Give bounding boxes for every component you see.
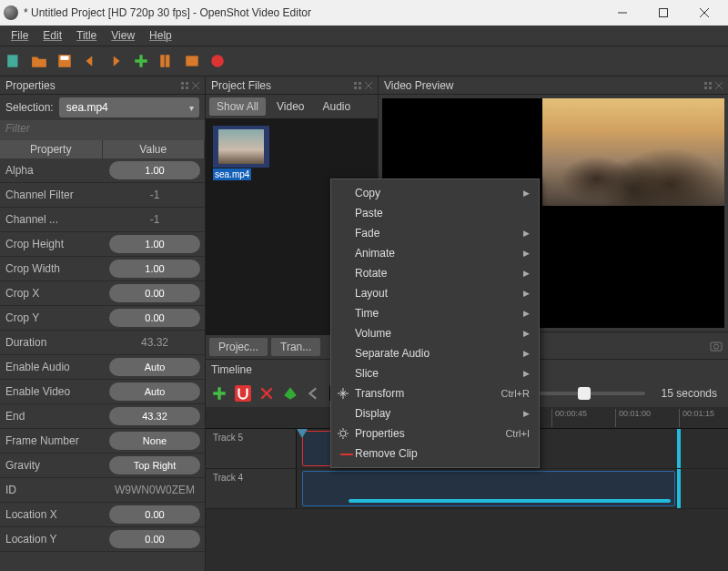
context-menu-item[interactable]: Rotate▶ <box>331 263 539 283</box>
selection-dropdown[interactable]: sea.mp4 <box>59 97 199 117</box>
minimize-button[interactable] <box>602 0 642 25</box>
submenu-arrow-icon: ▶ <box>523 409 530 418</box>
submenu-arrow-icon: ▶ <box>523 349 530 358</box>
property-value[interactable]: Auto <box>109 382 200 401</box>
property-row[interactable]: Enable VideoAuto <box>0 380 205 404</box>
property-row[interactable]: IDW9WN0W0ZEM <box>0 478 205 503</box>
panel-close-icon[interactable] <box>715 82 723 89</box>
property-value[interactable]: 1.00 <box>109 235 200 253</box>
timeline-title: Timeline <box>211 363 252 376</box>
property-row[interactable]: Location X0.00 <box>0 503 205 527</box>
menu-title[interactable]: Title <box>69 27 104 44</box>
property-row[interactable]: Crop Y0.00 <box>0 306 205 331</box>
add-track-icon[interactable] <box>211 385 228 402</box>
property-value[interactable]: 0.00 <box>109 309 200 327</box>
tab-show-all[interactable]: Show All <box>209 97 266 116</box>
property-value[interactable]: Auto <box>109 358 200 376</box>
properties-table-header: Property Value <box>0 140 205 158</box>
context-menu-item[interactable]: Volume▶ <box>331 323 539 343</box>
track-label[interactable]: Track 4 <box>206 469 297 508</box>
property-row[interactable]: Channel Filter-1 <box>0 183 205 208</box>
timeline-clip[interactable] <box>302 471 675 506</box>
property-row[interactable]: GravityTop Right <box>0 454 205 478</box>
property-row[interactable]: Duration43.32 <box>0 331 205 355</box>
panel-float-icon[interactable] <box>181 82 188 89</box>
tab-project-files[interactable]: Projec... <box>209 338 268 356</box>
tab-transitions[interactable]: Tran... <box>271 338 320 356</box>
property-value[interactable]: 1.00 <box>109 260 200 278</box>
property-row[interactable]: End43.32 <box>0 404 205 429</box>
property-row[interactable]: Crop X0.00 <box>0 281 205 306</box>
property-value[interactable]: 0.00 <box>109 530 200 548</box>
property-row[interactable]: Channel ...-1 <box>0 208 205 232</box>
marker-icon[interactable] <box>282 385 298 402</box>
properties-filter-input[interactable]: Filter <box>0 120 205 140</box>
shortcut-label: Ctrl+R <box>501 388 530 399</box>
menu-help[interactable]: Help <box>142 27 179 44</box>
panel-close-icon[interactable] <box>192 82 199 89</box>
property-row[interactable]: Alpha1.00 <box>0 158 205 183</box>
context-menu-item[interactable]: Time▶ <box>331 303 539 323</box>
razor-icon[interactable] <box>258 385 275 402</box>
profile-icon[interactable] <box>158 53 175 69</box>
tab-video[interactable]: Video <box>269 97 311 116</box>
property-value[interactable]: None <box>109 432 200 450</box>
redo-icon[interactable] <box>107 53 124 69</box>
open-project-icon[interactable] <box>31 53 47 69</box>
project-file-item[interactable]: sea.mp4 <box>213 126 269 180</box>
close-button[interactable] <box>683 0 724 25</box>
panel-float-icon[interactable] <box>354 82 361 89</box>
menu-file[interactable]: File <box>4 27 35 44</box>
context-menu-item[interactable]: TransformCtrl+R <box>331 383 539 403</box>
property-value[interactable]: 43.32 <box>109 407 200 425</box>
context-menu-item[interactable]: Display▶ <box>331 403 539 423</box>
property-row[interactable]: Crop Width1.00 <box>0 257 205 281</box>
property-name: Crop X <box>0 287 105 300</box>
context-menu-item[interactable]: Slice▶ <box>331 363 539 383</box>
maximize-button[interactable] <box>642 0 683 25</box>
property-value[interactable]: -1 <box>109 213 200 226</box>
fullscreen-icon[interactable] <box>184 53 200 69</box>
playhead[interactable] <box>302 429 303 571</box>
context-menu-item[interactable]: Layout▶ <box>331 283 539 303</box>
property-row[interactable]: Crop Height1.00 <box>0 232 205 257</box>
svg-rect-29 <box>711 342 722 351</box>
property-row[interactable]: Location Y0.00 <box>0 527 205 552</box>
clip-edge-marker[interactable] <box>677 429 681 468</box>
snap-icon[interactable] <box>235 385 251 402</box>
property-row[interactable]: Enable AudioAuto <box>0 355 205 380</box>
save-project-icon[interactable] <box>56 53 73 69</box>
new-project-icon[interactable] <box>5 53 22 69</box>
tab-audio[interactable]: Audio <box>316 97 359 116</box>
property-value[interactable]: -1 <box>109 189 200 201</box>
panel-float-icon[interactable] <box>704 82 712 89</box>
shortcut-label: Ctrl+I <box>505 428 530 439</box>
property-row[interactable]: Frame NumberNone <box>0 429 205 454</box>
context-menu-item[interactable]: Remove Clip <box>331 444 539 464</box>
track-row: Track 4 <box>206 469 728 509</box>
property-value[interactable]: W9WN0W0ZEM <box>109 484 200 496</box>
context-menu-item[interactable]: Animate▶ <box>331 243 539 263</box>
property-value[interactable]: 0.00 <box>109 284 200 302</box>
context-menu-item[interactable]: Fade▶ <box>331 223 539 243</box>
svg-point-31 <box>340 431 346 436</box>
context-menu-item[interactable]: PropertiesCtrl+I <box>331 423 539 444</box>
undo-icon[interactable] <box>82 53 98 69</box>
property-value[interactable]: 43.32 <box>109 336 200 349</box>
property-value[interactable]: 1.00 <box>109 161 200 179</box>
panel-close-icon[interactable] <box>365 82 372 89</box>
export-icon[interactable] <box>209 53 226 69</box>
context-menu-item[interactable]: Copy▶ <box>331 183 539 203</box>
menu-edit[interactable]: Edit <box>35 27 69 44</box>
property-value[interactable]: Top Right <box>109 456 200 474</box>
track-label[interactable]: Track 5 <box>206 429 297 468</box>
context-menu-item[interactable]: Separate Audio▶ <box>331 343 539 363</box>
prev-marker-icon[interactable] <box>306 385 322 402</box>
import-files-icon[interactable] <box>133 53 149 69</box>
context-menu-item[interactable]: Paste <box>331 203 539 223</box>
property-value[interactable]: 0.00 <box>109 505 200 524</box>
clip-edge-marker[interactable] <box>677 469 681 508</box>
menu-view[interactable]: View <box>104 27 142 44</box>
context-menu-label: Separate Audio <box>355 347 430 360</box>
snapshot-icon[interactable] <box>710 340 723 352</box>
